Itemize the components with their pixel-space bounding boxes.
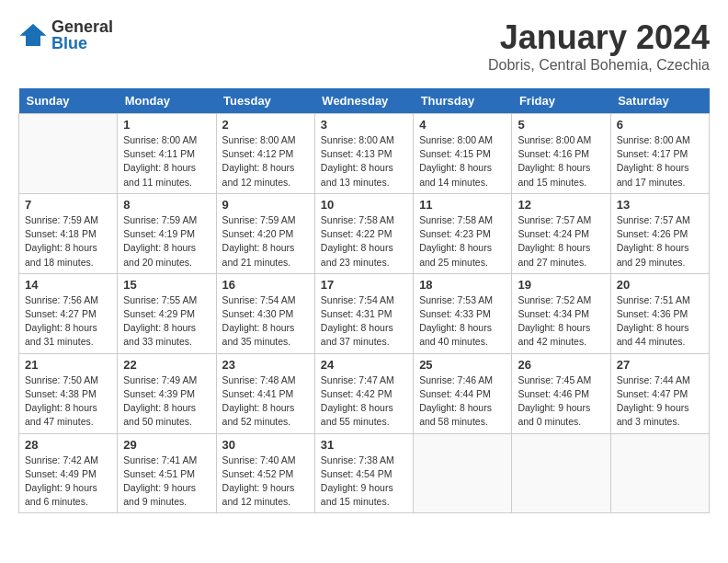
logo-general: General	[51, 18, 113, 35]
calendar-cell: 2Sunrise: 8:00 AMSunset: 4:12 PMDaylight…	[216, 114, 314, 194]
day-number: 23	[222, 358, 309, 372]
day-info: Sunrise: 8:00 AMSunset: 4:13 PMDaylight:…	[321, 133, 407, 190]
day-info: Sunrise: 8:00 AMSunset: 4:15 PMDaylight:…	[419, 133, 506, 190]
day-info: Sunrise: 7:49 AMSunset: 4:39 PMDaylight:…	[123, 373, 210, 430]
logo-text: General Blue	[51, 18, 113, 52]
day-info: Sunrise: 7:46 AMSunset: 4:44 PMDaylight:…	[419, 373, 506, 430]
calendar: SundayMondayTuesdayWednesdayThursdayFrid…	[18, 88, 710, 513]
day-number: 1	[123, 118, 210, 132]
calendar-cell: 8Sunrise: 7:59 AMSunset: 4:19 PMDaylight…	[118, 193, 216, 273]
day-number: 7	[25, 198, 111, 212]
page-header: General Blue January 2024 Dobris, Centra…	[18, 18, 710, 74]
day-number: 20	[617, 278, 703, 292]
calendar-cell: 3Sunrise: 8:00 AMSunset: 4:13 PMDaylight…	[314, 114, 413, 194]
day-number: 4	[419, 118, 506, 132]
day-number: 26	[518, 358, 604, 372]
logo-icon	[18, 22, 48, 48]
day-number: 6	[617, 118, 703, 132]
calendar-cell: 22Sunrise: 7:49 AMSunset: 4:39 PMDayligh…	[118, 353, 216, 433]
day-number: 29	[123, 438, 210, 452]
calendar-cell: 30Sunrise: 7:40 AMSunset: 4:52 PMDayligh…	[216, 433, 314, 513]
day-number: 15	[123, 278, 210, 292]
calendar-cell: 31Sunrise: 7:38 AMSunset: 4:54 PMDayligh…	[314, 433, 413, 513]
weekday-header-monday: Monday	[118, 88, 216, 114]
day-number: 17	[321, 278, 407, 292]
weekday-header-wednesday: Wednesday	[314, 88, 413, 114]
day-number: 12	[518, 198, 604, 212]
day-info: Sunrise: 7:55 AMSunset: 4:29 PMDaylight:…	[123, 293, 210, 350]
calendar-cell: 20Sunrise: 7:51 AMSunset: 4:36 PMDayligh…	[610, 273, 709, 353]
day-info: Sunrise: 7:40 AMSunset: 4:52 PMDaylight:…	[222, 454, 309, 510]
day-info: Sunrise: 7:41 AMSunset: 4:51 PMDaylight:…	[123, 454, 210, 510]
day-info: Sunrise: 7:52 AMSunset: 4:34 PMDaylight:…	[518, 293, 604, 350]
calendar-cell: 1Sunrise: 8:00 AMSunset: 4:11 PMDaylight…	[118, 114, 216, 194]
week-row-4: 21Sunrise: 7:50 AMSunset: 4:38 PMDayligh…	[19, 353, 710, 433]
calendar-cell: 25Sunrise: 7:46 AMSunset: 4:44 PMDayligh…	[414, 353, 512, 433]
day-number: 10	[321, 198, 407, 212]
week-row-5: 28Sunrise: 7:42 AMSunset: 4:49 PMDayligh…	[19, 433, 710, 513]
svg-marker-1	[20, 24, 47, 37]
day-info: Sunrise: 7:59 AMSunset: 4:19 PMDaylight:…	[123, 213, 210, 270]
week-row-1: 1Sunrise: 8:00 AMSunset: 4:11 PMDaylight…	[19, 114, 710, 194]
day-number: 5	[518, 118, 604, 132]
day-info: Sunrise: 7:57 AMSunset: 4:24 PMDaylight:…	[518, 213, 604, 270]
calendar-cell: 24Sunrise: 7:47 AMSunset: 4:42 PMDayligh…	[314, 353, 413, 433]
calendar-cell: 18Sunrise: 7:53 AMSunset: 4:33 PMDayligh…	[414, 273, 512, 353]
weekday-header-saturday: Saturday	[610, 88, 709, 114]
day-number: 25	[419, 358, 506, 372]
day-number: 27	[617, 358, 703, 372]
day-info: Sunrise: 7:50 AMSunset: 4:38 PMDaylight:…	[25, 373, 111, 430]
day-number: 11	[419, 198, 506, 212]
title-section: January 2024 Dobris, Central Bohemia, Cz…	[488, 18, 710, 74]
logo: General Blue	[18, 18, 113, 52]
calendar-cell: 6Sunrise: 8:00 AMSunset: 4:17 PMDaylight…	[610, 114, 709, 194]
day-info: Sunrise: 8:00 AMSunset: 4:17 PMDaylight:…	[617, 133, 703, 190]
calendar-cell: 12Sunrise: 7:57 AMSunset: 4:24 PMDayligh…	[512, 193, 610, 273]
week-row-2: 7Sunrise: 7:59 AMSunset: 4:18 PMDaylight…	[19, 193, 710, 273]
calendar-cell	[19, 114, 118, 194]
calendar-cell: 21Sunrise: 7:50 AMSunset: 4:38 PMDayligh…	[19, 353, 118, 433]
day-number: 2	[222, 118, 309, 132]
day-info: Sunrise: 7:58 AMSunset: 4:23 PMDaylight:…	[419, 213, 506, 270]
calendar-cell: 9Sunrise: 7:59 AMSunset: 4:20 PMDaylight…	[216, 193, 314, 273]
month-title: January 2024	[488, 18, 710, 57]
day-number: 30	[222, 438, 309, 452]
calendar-cell: 14Sunrise: 7:56 AMSunset: 4:27 PMDayligh…	[19, 273, 118, 353]
day-info: Sunrise: 7:45 AMSunset: 4:46 PMDaylight:…	[518, 373, 604, 430]
day-number: 24	[321, 358, 407, 372]
weekday-header-row: SundayMondayTuesdayWednesdayThursdayFrid…	[19, 88, 710, 114]
calendar-cell: 27Sunrise: 7:44 AMSunset: 4:47 PMDayligh…	[610, 353, 709, 433]
calendar-cell: 7Sunrise: 7:59 AMSunset: 4:18 PMDaylight…	[19, 193, 118, 273]
day-info: Sunrise: 7:58 AMSunset: 4:22 PMDaylight:…	[321, 213, 407, 270]
calendar-cell: 15Sunrise: 7:55 AMSunset: 4:29 PMDayligh…	[118, 273, 216, 353]
day-info: Sunrise: 7:51 AMSunset: 4:36 PMDaylight:…	[617, 293, 703, 350]
day-info: Sunrise: 7:54 AMSunset: 4:30 PMDaylight:…	[222, 293, 309, 350]
day-info: Sunrise: 7:42 AMSunset: 4:49 PMDaylight:…	[25, 454, 111, 510]
day-info: Sunrise: 7:38 AMSunset: 4:54 PMDaylight:…	[321, 454, 407, 510]
day-number: 16	[222, 278, 309, 292]
day-info: Sunrise: 7:59 AMSunset: 4:18 PMDaylight:…	[25, 213, 111, 270]
day-info: Sunrise: 7:47 AMSunset: 4:42 PMDaylight:…	[321, 373, 407, 430]
day-info: Sunrise: 8:00 AMSunset: 4:16 PMDaylight:…	[518, 133, 604, 190]
day-number: 22	[123, 358, 210, 372]
calendar-cell: 13Sunrise: 7:57 AMSunset: 4:26 PMDayligh…	[610, 193, 709, 273]
weekday-header-thursday: Thursday	[414, 88, 512, 114]
day-info: Sunrise: 7:53 AMSunset: 4:33 PMDaylight:…	[419, 293, 506, 350]
weekday-header-friday: Friday	[512, 88, 610, 114]
day-info: Sunrise: 7:57 AMSunset: 4:26 PMDaylight:…	[617, 213, 703, 270]
day-info: Sunrise: 8:00 AMSunset: 4:12 PMDaylight:…	[222, 133, 309, 190]
day-info: Sunrise: 7:59 AMSunset: 4:20 PMDaylight:…	[222, 213, 309, 270]
day-info: Sunrise: 8:00 AMSunset: 4:11 PMDaylight:…	[123, 133, 210, 190]
day-number: 8	[123, 198, 210, 212]
day-number: 28	[25, 438, 111, 452]
day-number: 3	[321, 118, 407, 132]
calendar-cell	[610, 433, 709, 513]
day-info: Sunrise: 7:48 AMSunset: 4:41 PMDaylight:…	[222, 373, 309, 430]
day-info: Sunrise: 7:44 AMSunset: 4:47 PMDaylight:…	[617, 373, 703, 430]
day-info: Sunrise: 7:56 AMSunset: 4:27 PMDaylight:…	[25, 293, 111, 350]
day-number: 14	[25, 278, 111, 292]
calendar-cell: 19Sunrise: 7:52 AMSunset: 4:34 PMDayligh…	[512, 273, 610, 353]
day-number: 9	[222, 198, 309, 212]
calendar-cell: 26Sunrise: 7:45 AMSunset: 4:46 PMDayligh…	[512, 353, 610, 433]
day-number: 21	[25, 358, 111, 372]
